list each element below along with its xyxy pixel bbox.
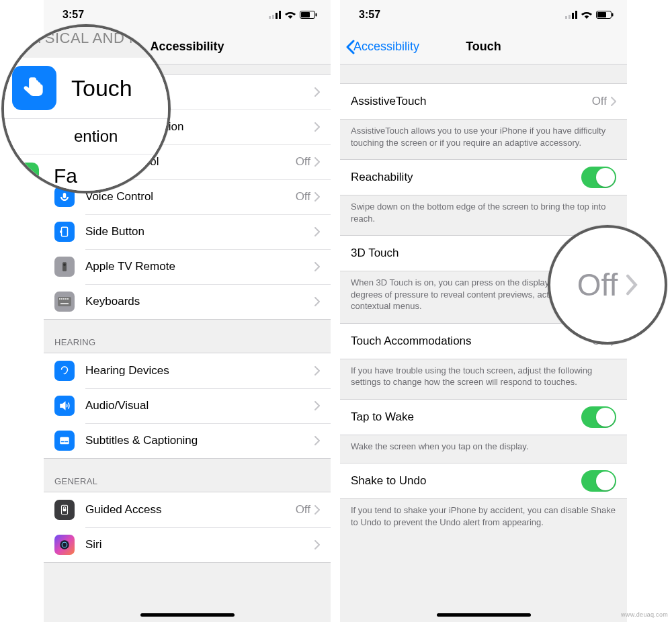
row-label: Siri <box>85 538 314 551</box>
chevron-icon <box>626 274 638 296</box>
status-icons <box>269 11 317 19</box>
toggle-tap-to-wake[interactable] <box>581 406 616 428</box>
row-keyboards[interactable]: Keyboards <box>44 284 331 319</box>
svg-rect-18 <box>65 298 67 300</box>
chevron-icon <box>314 227 320 236</box>
footer-accom: If you have trouble using the touch scre… <box>340 359 627 399</box>
row-label: Side Button <box>85 225 314 238</box>
row-reachability: Reachability <box>340 160 627 195</box>
section-header-hearing: HEARING <box>44 320 331 353</box>
row-siri[interactable]: Siri <box>44 527 331 562</box>
guided-access-icon <box>54 500 75 520</box>
chevron-icon <box>314 297 320 306</box>
nav-bar: Accessibility Touch <box>340 30 627 64</box>
row-label: Shake to Undo <box>351 474 581 488</box>
footer-tap: Wake the screen when you tap on the disp… <box>340 435 627 463</box>
status-bar: 3:57 <box>340 0 627 30</box>
wifi-icon <box>581 11 592 19</box>
magnifier-partial-label: Fa <box>54 165 77 187</box>
list-hearing: Hearing Devices Audio/Visual Subtitles &… <box>44 353 331 459</box>
list-assistive: AssistiveTouch Off <box>340 83 627 120</box>
footer-assistive: AssistiveTouch allows you to use your iP… <box>340 120 627 159</box>
svg-point-13 <box>63 263 66 266</box>
svg-rect-21 <box>60 437 69 445</box>
chevron-icon <box>314 87 320 97</box>
hearing-icon <box>54 361 75 381</box>
siri-icon <box>54 535 75 555</box>
chevron-icon <box>314 157 320 167</box>
svg-rect-5 <box>301 12 310 17</box>
side-button-icon <box>54 222 75 242</box>
row-label: Subtitles & Captioning <box>85 434 314 447</box>
row-side-button[interactable]: Side Button <box>44 214 331 249</box>
svg-rect-3 <box>279 11 281 19</box>
svg-rect-19 <box>67 298 69 300</box>
back-label: Accessibility <box>353 40 419 54</box>
toggle-shake-to-undo[interactable] <box>581 470 616 492</box>
toggle-reachability[interactable] <box>581 167 616 188</box>
svg-point-26 <box>60 540 69 549</box>
row-label: Keyboards <box>85 295 314 308</box>
svg-rect-1 <box>272 15 274 19</box>
row-shake-to-undo: Shake to Undo <box>340 463 627 498</box>
svg-rect-17 <box>63 298 65 300</box>
chevron-icon <box>314 122 320 132</box>
status-time: 3:57 <box>359 9 380 21</box>
svg-rect-0 <box>269 16 271 19</box>
row-audio-visual[interactable]: Audio/Visual <box>44 388 331 423</box>
svg-rect-25 <box>63 509 67 512</box>
cellular-icon <box>565 11 577 19</box>
nav-title: Accessibility <box>150 40 224 54</box>
touch-icon <box>12 66 56 110</box>
subtitles-icon <box>54 431 75 451</box>
list-general: Guided Access Off Siri <box>44 492 331 563</box>
row-hearing-devices[interactable]: Hearing Devices <box>44 353 331 388</box>
magnifier-row-touch[interactable]: Touch <box>1 58 171 119</box>
battery-icon <box>596 11 614 19</box>
svg-rect-2 <box>276 13 278 19</box>
chevron-icon <box>314 192 320 202</box>
magnifier-row-partial1[interactable]: ention <box>1 119 171 154</box>
section-header-general: GENERAL <box>44 459 331 492</box>
row-assistive-touch[interactable]: AssistiveTouch Off <box>340 84 627 119</box>
wifi-icon <box>285 11 296 19</box>
keyboards-icon <box>54 292 75 312</box>
status-icons <box>565 11 614 19</box>
row-detail: Off <box>592 95 607 108</box>
magnifier-label: Touch <box>71 75 132 101</box>
home-indicator[interactable] <box>437 613 531 617</box>
chevron-icon <box>314 401 320 410</box>
watermark: www.deuaq.com <box>621 611 668 618</box>
row-label: Tap to Wake <box>351 410 581 424</box>
svg-rect-22 <box>61 441 65 443</box>
row-label: AssistiveTouch <box>351 95 592 108</box>
list-reachability: Reachability <box>340 159 627 195</box>
row-apple-tv-remote[interactable]: Apple TV Remote <box>44 249 331 284</box>
svg-rect-33 <box>597 12 606 17</box>
svg-rect-6 <box>316 13 317 17</box>
list-shake: Shake to Undo <box>340 463 627 499</box>
chevron-icon <box>611 97 616 106</box>
chevron-icon <box>314 436 320 445</box>
chevron-icon <box>314 505 320 515</box>
row-detail: Off <box>296 190 310 204</box>
svg-rect-29 <box>569 15 571 19</box>
row-label: Voice Control <box>85 190 296 204</box>
row-label: Audio/Visual <box>85 399 314 412</box>
home-indicator[interactable] <box>140 613 235 617</box>
svg-rect-34 <box>612 13 614 17</box>
audio-visual-icon <box>54 396 75 416</box>
magnifier-off: Off <box>548 225 667 345</box>
row-detail: Off <box>296 155 310 169</box>
chevron-icon <box>314 262 320 271</box>
svg-rect-30 <box>572 13 574 19</box>
list-tap: Tap to Wake <box>340 399 627 435</box>
svg-rect-23 <box>65 441 68 443</box>
back-button[interactable]: Accessibility <box>345 40 419 54</box>
row-guided-access[interactable]: Guided Access Off <box>44 492 331 527</box>
footer-shake: If you tend to shake your iPhone by acci… <box>340 499 627 539</box>
row-label: Apple TV Remote <box>85 260 314 273</box>
magnifier-partial-label: ention <box>74 127 118 146</box>
row-subtitles[interactable]: Subtitles & Captioning <box>44 423 331 458</box>
svg-rect-31 <box>575 11 577 19</box>
